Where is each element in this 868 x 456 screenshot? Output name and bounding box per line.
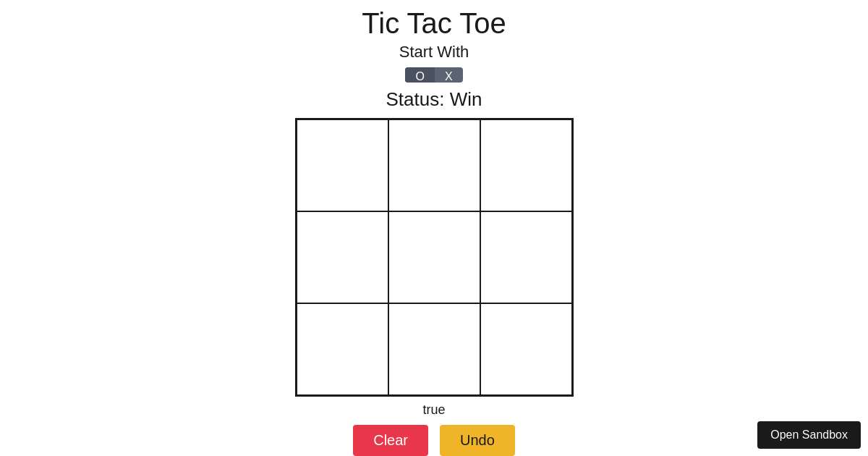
cell-0-0[interactable]	[297, 119, 388, 211]
player-toggle-group: O X	[405, 67, 462, 83]
board-note: true	[422, 402, 445, 418]
action-buttons: Clear Undo	[353, 425, 515, 456]
toggle-o-button[interactable]: O	[405, 67, 434, 83]
cell-2-0[interactable]	[297, 303, 388, 395]
game-board	[295, 118, 574, 397]
cell-2-1[interactable]	[388, 303, 480, 395]
cell-0-1[interactable]	[388, 119, 480, 211]
toggle-x-button[interactable]: X	[435, 67, 463, 83]
cell-1-2[interactable]	[480, 211, 572, 303]
page-title: Tic Tac Toe	[362, 7, 506, 40]
cell-2-2[interactable]	[480, 303, 572, 395]
cell-1-0[interactable]	[297, 211, 388, 303]
start-with-label: Start With	[399, 43, 469, 62]
cell-0-2[interactable]	[480, 119, 572, 211]
undo-button[interactable]: Undo	[440, 425, 515, 456]
clear-button[interactable]: Clear	[353, 425, 428, 456]
open-sandbox-button[interactable]: Open Sandbox	[757, 421, 861, 449]
cell-1-1[interactable]	[388, 211, 480, 303]
status-label: Status: Win	[386, 88, 482, 111]
